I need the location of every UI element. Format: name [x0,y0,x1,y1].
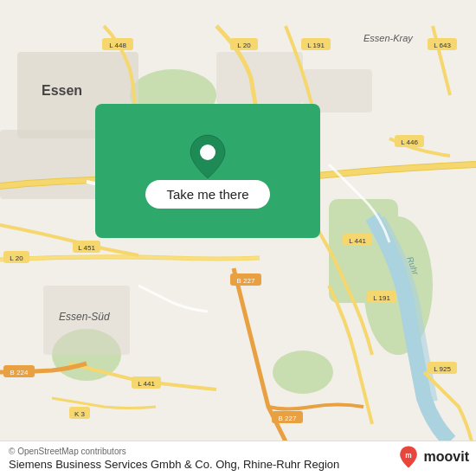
location-popup: Take me there [95,104,320,238]
svg-text:L 20: L 20 [10,254,23,262]
map-container: L 448 L 20 L 191 L 643 A 40 L 451 L 446 … [0,0,476,476]
svg-point-5 [273,351,333,394]
bottom-bar: © OpenStreetMap contributors Siemens Bus… [0,441,476,476]
location-pin-icon [189,133,227,171]
svg-text:Essen: Essen [42,83,82,98]
moovit-text: moovit [424,449,469,465]
svg-text:L 446: L 446 [401,138,418,146]
svg-text:Essen-Süd: Essen-Süd [59,311,110,323]
take-me-there-button[interactable]: Take me there [145,180,269,209]
map-svg: L 448 L 20 L 191 L 643 A 40 L 451 L 446 … [0,0,476,476]
svg-text:Essen-Kray: Essen-Kray [363,33,414,43]
moovit-logo: m moovit [396,445,469,469]
svg-text:L 448: L 448 [109,42,126,49]
svg-text:K 3: K 3 [74,410,86,418]
svg-rect-7 [0,130,104,199]
svg-text:L 925: L 925 [434,365,451,373]
svg-text:L 191: L 191 [373,294,390,302]
svg-point-47 [200,145,215,160]
svg-text:L 191: L 191 [307,42,325,49]
moovit-icon: m [396,445,421,469]
svg-text:B 227: B 227 [237,277,255,285]
svg-text:L 441: L 441 [138,380,155,388]
svg-text:L 451: L 451 [78,244,95,252]
svg-text:L 643: L 643 [434,42,451,49]
svg-text:B 224: B 224 [10,369,29,376]
svg-text:m: m [405,451,411,460]
svg-rect-9 [216,52,303,104]
svg-text:B 227: B 227 [279,415,297,422]
svg-text:L 20: L 20 [237,42,251,49]
svg-text:L 441: L 441 [349,237,366,245]
